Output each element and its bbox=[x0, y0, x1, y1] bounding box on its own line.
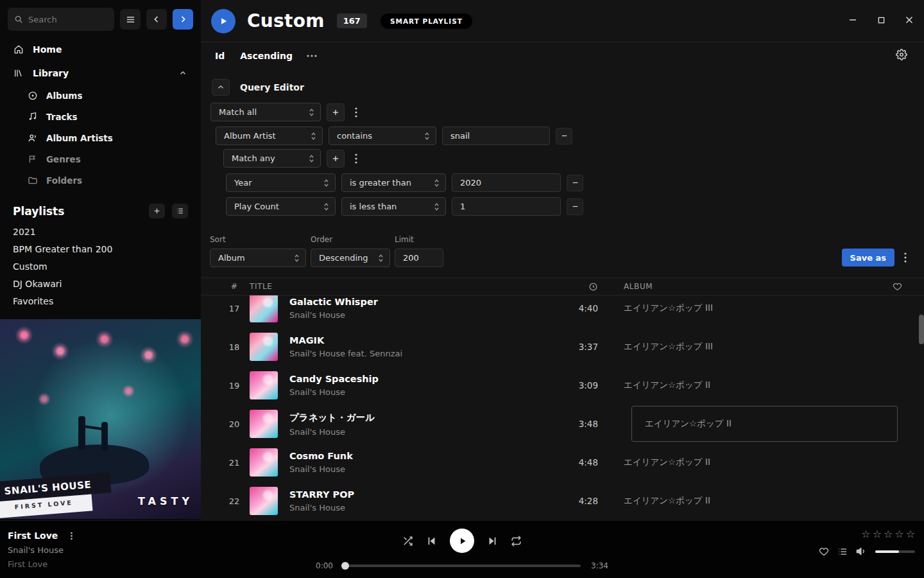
now-playing-menu-button[interactable] bbox=[65, 530, 77, 541]
star-icon[interactable]: ☆ bbox=[894, 528, 903, 540]
star-icon[interactable]: ☆ bbox=[906, 528, 915, 540]
more-options-button[interactable] bbox=[307, 55, 317, 57]
menu-button[interactable] bbox=[120, 9, 141, 30]
search-box[interactable] bbox=[8, 8, 114, 31]
column-number[interactable]: # bbox=[219, 282, 250, 291]
star-icon[interactable]: ☆ bbox=[873, 528, 882, 540]
rating-stars[interactable]: ☆☆☆☆☆ bbox=[819, 528, 915, 540]
group-rule-operator-select[interactable]: is less than bbox=[341, 197, 446, 216]
table-row[interactable]: 19 Candy Spaceship Snail's House 3:09 エイ… bbox=[201, 366, 924, 405]
sort-field-button[interactable]: Id bbox=[215, 51, 225, 61]
playlist-item[interactable]: DJ Okawari bbox=[0, 276, 201, 293]
column-album[interactable]: ALBUM bbox=[603, 282, 873, 291]
playlist-item[interactable]: BPM Greater than 200 bbox=[0, 241, 201, 258]
track-album[interactable]: エイリアン☆ポップ II bbox=[603, 495, 873, 507]
match-all-select[interactable]: Match all bbox=[210, 103, 321, 121]
add-rule-button[interactable] bbox=[327, 103, 345, 121]
album-cell-selected[interactable]: エイリアン☆ポップ II bbox=[631, 406, 898, 442]
track-duration: 4:28 bbox=[552, 496, 603, 506]
previous-track-button[interactable] bbox=[426, 536, 437, 547]
remove-group-rule-button[interactable] bbox=[567, 198, 583, 215]
rule-operator-select[interactable]: contains bbox=[329, 127, 436, 145]
save-menu-button[interactable] bbox=[900, 249, 911, 267]
shuffle-button[interactable] bbox=[402, 536, 413, 547]
save-as-button[interactable]: Save as bbox=[842, 249, 894, 267]
column-title[interactable]: TITLE bbox=[250, 282, 552, 291]
group-rule-operator-select[interactable]: is greater than bbox=[341, 173, 446, 192]
remove-group-rule-button[interactable] bbox=[567, 175, 583, 191]
sidebar-item-albums[interactable]: Albums bbox=[0, 85, 201, 106]
minimize-button[interactable] bbox=[843, 10, 862, 30]
playlist-item[interactable]: Custom bbox=[0, 258, 201, 276]
match-any-select[interactable]: Match any bbox=[223, 149, 321, 168]
select-arrows-icon bbox=[323, 179, 329, 188]
group-rule-value-input[interactable] bbox=[452, 173, 561, 192]
scrollbar-thumb[interactable] bbox=[919, 315, 924, 344]
sidebar-item-tracks[interactable]: Tracks bbox=[0, 106, 201, 127]
play-playlist-button[interactable] bbox=[211, 9, 235, 33]
sidebar-item-library[interactable]: Library bbox=[0, 61, 201, 85]
playlist-item[interactable]: Favorites bbox=[0, 293, 201, 310]
track-album[interactable]: エイリアン☆ポップ II bbox=[603, 380, 873, 391]
rule-value-input[interactable] bbox=[442, 127, 550, 145]
repeat-button[interactable] bbox=[511, 536, 522, 547]
artwork-figure-arm bbox=[84, 425, 103, 430]
clock-icon bbox=[588, 282, 598, 292]
seek-slider-thumb[interactable] bbox=[341, 562, 349, 570]
add-group-rule-button[interactable] bbox=[327, 150, 345, 168]
sort-select[interactable]: Album bbox=[210, 249, 306, 267]
table-row[interactable]: 18 MAGIK Snail's House feat. Sennzai 3:3… bbox=[201, 328, 924, 366]
table-row[interactable]: 20 プラネット・ガール Snail's House 3:48 エイリアン☆ポッ… bbox=[201, 405, 924, 443]
search-input[interactable] bbox=[28, 15, 103, 24]
volume-button[interactable] bbox=[856, 546, 867, 557]
table-row[interactable]: 17 Galactic Whisper Snail's House 4:40 エ… bbox=[201, 295, 924, 328]
group-rule-value-input[interactable] bbox=[452, 197, 561, 216]
now-playing-album[interactable]: First Love bbox=[8, 559, 77, 569]
now-playing-artist[interactable]: Snail's House bbox=[8, 545, 77, 555]
order-select[interactable]: Descending bbox=[311, 249, 390, 267]
rule-field-select[interactable]: Album Artist bbox=[216, 127, 323, 145]
queue-button[interactable] bbox=[837, 547, 848, 557]
sidebar-item-home[interactable]: Home bbox=[0, 37, 201, 61]
volume-slider-fill bbox=[875, 550, 899, 553]
group-menu-button[interactable] bbox=[350, 150, 362, 168]
sort-direction-button[interactable]: Ascending bbox=[240, 51, 293, 61]
settings-button[interactable] bbox=[896, 49, 907, 60]
sidebar-item-genres[interactable]: Genres bbox=[0, 148, 201, 170]
group-rule-field-select[interactable]: Play Count bbox=[226, 197, 336, 216]
column-duration[interactable] bbox=[552, 282, 603, 292]
column-favorite[interactable] bbox=[873, 282, 911, 292]
now-playing-artwork[interactable]: SNAIL'S HOUSE FIRST LOVE TASTY bbox=[0, 319, 201, 519]
sidebar-item-album-artists[interactable]: Album Artists bbox=[0, 127, 201, 148]
nav-back-button[interactable] bbox=[146, 9, 167, 30]
track-album[interactable]: エイリアン☆ポップ II bbox=[603, 457, 873, 468]
track-album[interactable]: エイリアン☆ポップ III bbox=[603, 302, 873, 314]
track-thumbnail bbox=[250, 371, 278, 399]
limit-input[interactable] bbox=[395, 249, 443, 267]
seek-slider[interactable] bbox=[343, 565, 581, 567]
table-row[interactable]: 22 STARRY POP Snail's House 4:28 エイリアン☆ポ… bbox=[201, 482, 924, 520]
track-duration: 3:48 bbox=[552, 419, 603, 429]
maximize-button[interactable] bbox=[871, 10, 891, 30]
track-album[interactable]: エイリアン☆ポップ III bbox=[603, 341, 873, 353]
add-playlist-button[interactable] bbox=[149, 204, 165, 218]
group-rule-field-select[interactable]: Year bbox=[226, 173, 336, 192]
now-playing-title[interactable]: First Love bbox=[8, 530, 58, 541]
next-track-button[interactable] bbox=[487, 536, 498, 547]
favorite-button[interactable] bbox=[819, 547, 829, 557]
star-icon[interactable]: ☆ bbox=[861, 528, 870, 540]
chevron-up-icon[interactable] bbox=[177, 67, 188, 78]
close-button[interactable] bbox=[900, 10, 919, 30]
volume-slider[interactable] bbox=[875, 550, 915, 553]
table-row[interactable]: 21 Cosmo Funk Snail's House 4:48 エイリアン☆ポ… bbox=[201, 443, 924, 482]
sidebar-item-folders[interactable]: Folders bbox=[0, 170, 201, 191]
collapse-query-editor-button[interactable] bbox=[212, 79, 230, 96]
play-pause-button[interactable] bbox=[450, 529, 474, 553]
rule-group-menu-button[interactable] bbox=[350, 103, 362, 121]
playlist-list-button[interactable] bbox=[172, 204, 188, 218]
playlist-item[interactable]: 2021 bbox=[0, 223, 201, 241]
elapsed-time: 0:00 bbox=[311, 561, 333, 570]
remove-rule-button[interactable] bbox=[556, 128, 572, 144]
star-icon[interactable]: ☆ bbox=[884, 528, 893, 540]
nav-forward-button[interactable] bbox=[173, 9, 193, 30]
